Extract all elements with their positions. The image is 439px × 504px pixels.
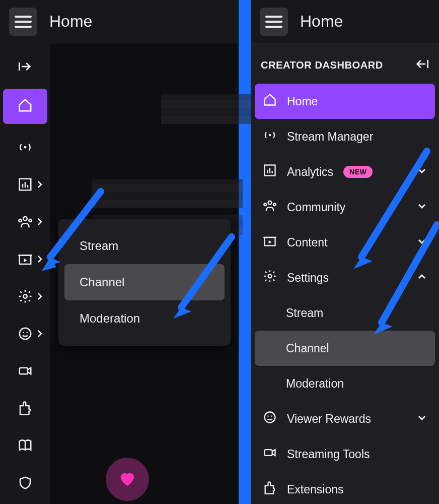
content-icon (18, 251, 33, 269)
nav-subitem-channel[interactable]: Channel (255, 331, 435, 366)
svg-point-2 (24, 146, 27, 149)
svg-point-9 (29, 219, 32, 222)
rail-item-stream-manager[interactable] (9, 135, 41, 161)
rail-item-safety[interactable] (9, 471, 41, 497)
nav-item-viewer-rewards[interactable]: Viewer Rewards (255, 401, 435, 436)
svg-point-15 (23, 332, 24, 333)
right-page-title: Home (300, 12, 343, 31)
rail-item-analytics[interactable] (9, 172, 41, 199)
new-badge: NEW (343, 166, 373, 178)
svg-point-32 (264, 203, 266, 206)
popout-item-channel[interactable]: Channel (64, 264, 225, 300)
redacted-block (161, 94, 252, 124)
chevron-down-icon (417, 165, 427, 179)
collapsed-sidebar-rail (0, 43, 50, 504)
collapse-sidebar-button[interactable] (415, 58, 429, 72)
chevron-down-icon (417, 236, 427, 249)
nav-item-extensions[interactable]: Extensions (255, 472, 435, 504)
expand-right-icon (18, 61, 32, 74)
rail-item-home[interactable] (3, 89, 47, 124)
expanded-sidebar: CREATOR DASHBOARD Home Stream Manager An… (251, 43, 439, 504)
svg-point-31 (268, 201, 272, 205)
svg-point-37 (268, 275, 272, 278)
svg-rect-17 (20, 368, 28, 374)
heart-button[interactable] (106, 458, 149, 501)
page-root: Home (0, 0, 439, 504)
nav-label: Settings (287, 271, 329, 285)
svg-marker-36 (269, 240, 272, 244)
nav-item-analytics[interactable]: Analytics NEW (255, 154, 435, 190)
nav-subitem-stream[interactable]: Stream (255, 295, 435, 331)
book-icon (18, 438, 33, 455)
gear-icon (18, 289, 33, 306)
chevron-right-icon (37, 180, 42, 191)
chevron-right-icon (37, 255, 42, 265)
left-topbar: Home (0, 0, 239, 43)
settings-popout-menu: Stream Channel Moderation (58, 219, 231, 346)
analytics-icon (263, 163, 277, 180)
svg-marker-12 (24, 259, 27, 263)
hamburger-button[interactable] (260, 8, 288, 36)
nav-item-content[interactable]: Content (255, 225, 435, 260)
rail-expand-button[interactable] (9, 57, 41, 78)
popout-item-moderation[interactable]: Moderation (64, 300, 225, 337)
chevron-right-icon (37, 292, 42, 302)
chevron-up-icon (417, 271, 427, 285)
shield-icon (18, 475, 33, 492)
sidebar-nav: Home Stream Manager Analytics NEW Commun… (251, 84, 439, 504)
nav-item-settings[interactable]: Settings (255, 260, 435, 295)
nav-label: Stream Manager (287, 130, 373, 144)
camera-icon (263, 446, 277, 463)
rail-item-viewer-rewards[interactable] (9, 322, 41, 348)
svg-point-14 (20, 328, 31, 340)
svg-point-7 (23, 217, 27, 221)
svg-point-33 (273, 203, 276, 206)
analytics-icon (18, 177, 33, 194)
sidebar-title: CREATOR DASHBOARD (261, 59, 383, 71)
hamburger-button[interactable] (9, 8, 37, 36)
hamburger-icon (15, 16, 32, 28)
nav-label: Viewer Rewards (287, 412, 371, 426)
svg-rect-41 (265, 450, 272, 456)
extension-icon (263, 481, 277, 498)
svg-point-38 (265, 412, 275, 423)
nav-subitem-moderation[interactable]: Moderation (255, 366, 435, 401)
home-icon (263, 93, 277, 110)
nav-label: Streaming Tools (287, 448, 370, 461)
chevron-down-icon (417, 412, 427, 426)
content-icon (263, 234, 277, 251)
nav-item-streaming-tools[interactable]: Streaming Tools (255, 436, 435, 472)
nav-label: Community (287, 201, 345, 214)
svg-point-13 (23, 294, 27, 298)
pane-divider (239, 0, 251, 504)
sidebar-header: CREATOR DASHBOARD (251, 43, 439, 84)
redacted-block (92, 179, 243, 208)
svg-point-16 (27, 332, 28, 333)
broadcast-icon (263, 128, 277, 145)
chevron-right-icon (37, 218, 42, 228)
rail-item-streaming-tools[interactable] (9, 359, 41, 385)
nav-item-stream-manager[interactable]: Stream Manager (255, 119, 435, 154)
nav-item-community[interactable]: Community (255, 190, 435, 225)
svg-point-40 (271, 416, 272, 417)
broadcast-icon (18, 140, 33, 157)
left-pane: Home (0, 0, 239, 504)
popout-item-stream[interactable]: Stream (64, 228, 225, 264)
chevron-right-icon (37, 330, 42, 340)
rail-item-content[interactable] (9, 247, 41, 273)
nav-label: Extensions (287, 483, 344, 496)
rail-item-guides[interactable] (9, 433, 41, 460)
rail-item-community[interactable] (9, 210, 41, 236)
left-page-title: Home (49, 12, 92, 31)
nav-item-home[interactable]: Home (255, 84, 435, 119)
home-icon (18, 98, 33, 115)
right-pane: Home CREATOR DASHBOARD Home Stream Manag… (251, 0, 439, 504)
nav-label: Analytics (287, 165, 333, 179)
rail-item-settings[interactable] (9, 284, 41, 310)
smile-icon (18, 326, 33, 343)
rail-item-extensions[interactable] (9, 396, 41, 422)
svg-point-26 (269, 134, 271, 137)
svg-point-39 (267, 416, 268, 417)
community-icon (263, 199, 277, 216)
hamburger-icon (265, 16, 282, 28)
